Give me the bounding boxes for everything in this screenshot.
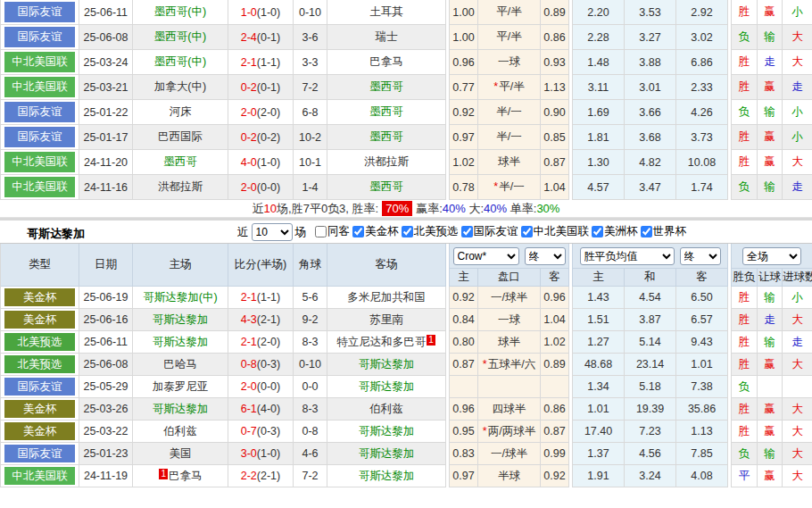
filter-checkbox[interactable]: [641, 226, 652, 237]
home-team-cell[interactable]: 伯利兹: [133, 421, 228, 443]
away-team-cell[interactable]: 特立尼达和多巴哥1: [327, 331, 446, 354]
col-header-avg-home: 主: [573, 269, 625, 287]
handicap-cell: 一/球半: [478, 443, 541, 465]
crown-home-odds-cell: [450, 376, 478, 398]
away-team-cell[interactable]: 多米尼加共和国: [327, 287, 446, 309]
crown-away-odds-cell: 0.87: [541, 421, 569, 443]
home-team-cell[interactable]: 哥斯达黎加: [133, 398, 228, 421]
away-team-cell[interactable]: 哥斯达黎加: [327, 465, 446, 487]
result-cell: 胜: [732, 75, 758, 100]
corners-cell: 0-8: [294, 421, 327, 443]
date-cell: 25-01-23: [79, 443, 133, 465]
crown-home-odds-cell: 0.87: [450, 354, 478, 376]
filter-checkbox[interactable]: [315, 226, 327, 237]
goals-result-cell: 大: [783, 465, 812, 487]
handicap-star: *: [483, 425, 487, 437]
away-team-cell[interactable]: 墨西哥: [327, 75, 446, 100]
note-badge: 1: [427, 335, 435, 346]
league-badge: 中北美国联: [4, 52, 75, 72]
away-team-cell[interactable]: 哥斯达黎加: [327, 443, 446, 465]
home-team-cell[interactable]: 哥斯达黎加: [133, 331, 228, 354]
avg-draw-odds-cell: 4.82: [625, 150, 676, 175]
away-team-cell[interactable]: 墨西哥: [327, 125, 446, 150]
league-cell: 中北美国联: [1, 175, 79, 200]
home-team-cell[interactable]: 加泰罗尼亚: [133, 376, 228, 398]
avg-lose-odds-cell: 6.50: [676, 287, 728, 309]
summary-text: 场,胜7平0负3, 胜率:: [277, 201, 378, 217]
fulltime-score: 0-2: [241, 131, 257, 144]
avg-lose-odds-cell: 1.01: [676, 354, 728, 376]
home-team-cell[interactable]: 1巴拿马: [133, 465, 228, 487]
away-team-cell[interactable]: 瑞士: [327, 25, 446, 50]
home-team-cell[interactable]: 洪都拉斯: [133, 175, 228, 200]
filter-中北美国联[interactable]: 中北美国联: [521, 224, 590, 239]
home-team-cell[interactable]: 墨西哥(中): [133, 50, 228, 75]
match-row: 国际友谊25-06-11墨西哥(中)1-0(1-0)0-10土耳其1.00平/半…: [1, 0, 812, 25]
score-cell: 2-1(1-1): [228, 50, 294, 75]
col-header-odds-away: 客: [541, 269, 569, 287]
home-team-cell[interactable]: 墨西哥(中): [133, 25, 228, 50]
big-rate: 40%: [484, 202, 507, 215]
crown-away-odds-cell: 1.13: [541, 75, 569, 100]
filter-checkbox[interactable]: [592, 226, 603, 237]
away-team-cell[interactable]: 哥斯达黎加: [327, 376, 446, 398]
result-cell: 负: [732, 443, 758, 465]
away-team-cell[interactable]: 巴拿马: [327, 50, 446, 75]
home-team-cell[interactable]: 哥斯达黎加: [133, 309, 228, 331]
score-cell: 0-7(0-3): [228, 421, 294, 443]
filter-label: 世界杯: [653, 224, 687, 239]
avg-draw-odds-cell: 3.01: [625, 75, 676, 100]
filter-同客[interactable]: 同客: [315, 224, 350, 239]
filter-checkbox[interactable]: [402, 226, 413, 237]
filter-美洲杯[interactable]: 美洲杯: [592, 224, 638, 239]
match-row: 国际友谊25-01-17巴西国际0-2(0-2)10-2墨西哥0.97半/一0.…: [1, 125, 812, 150]
avg-win-odds-cell: 2.20: [573, 0, 625, 25]
home-team-cell[interactable]: 墨西哥(中): [133, 0, 228, 25]
home-team-cell[interactable]: 美国: [133, 443, 228, 465]
final-odds-select[interactable]: 终: [525, 247, 566, 265]
away-team-cell[interactable]: 土耳其: [327, 0, 446, 25]
away-team-cell[interactable]: 哥斯达黎加: [327, 421, 446, 443]
home-team-cell[interactable]: 巴哈马: [133, 354, 228, 376]
score-cell: 0-2(0-2): [228, 125, 294, 150]
home-team-cell[interactable]: 河床: [133, 100, 228, 125]
home-team-cell[interactable]: 加拿大(中): [133, 75, 228, 100]
filter-世界杯[interactable]: 世界杯: [641, 224, 687, 239]
away-team-cell[interactable]: 哥斯达黎加: [327, 354, 446, 376]
away-team-cell[interactable]: 苏里南: [327, 309, 446, 331]
avg-lose-odds-cell: 4.26: [676, 100, 728, 125]
away-team-cell[interactable]: 墨西哥: [327, 175, 446, 200]
crown-away-odds-cell: 1.04: [541, 175, 569, 200]
avg-draw-odds-cell: 23.14: [625, 354, 676, 376]
odds-source-select[interactable]: Crow*: [453, 247, 519, 265]
final-avg-select[interactable]: 终: [680, 247, 721, 265]
filter-美金杯[interactable]: 美金杯: [352, 224, 399, 239]
scope-group: 全场: [732, 244, 812, 269]
away-team-cell[interactable]: 伯利兹: [327, 398, 446, 421]
match-scope-select[interactable]: 全场: [742, 247, 801, 265]
fulltime-score: 0-7: [241, 425, 257, 437]
goals-result-cell: 走: [783, 75, 812, 100]
filter-checkbox[interactable]: [521, 226, 533, 237]
avg-draw-odds-cell: 3.24: [625, 465, 676, 487]
filter-checkbox[interactable]: [461, 226, 473, 237]
handicap-cell: 一球: [478, 50, 541, 75]
date-cell: 25-06-08: [79, 354, 133, 376]
home-team-cell[interactable]: 巴西国际: [133, 125, 228, 150]
crown-away-odds-cell: 0.86: [541, 398, 569, 421]
league-cell: 国际友谊: [1, 376, 79, 398]
home-team-cell[interactable]: 哥斯达黎加(中): [133, 287, 228, 309]
score-cell: 4-0(1-0): [228, 150, 294, 175]
filter-国际友谊[interactable]: 国际友谊: [461, 224, 518, 239]
filter-北美预选[interactable]: 北美预选: [402, 224, 459, 239]
away-team-cell[interactable]: 墨西哥: [327, 100, 446, 125]
recent-games-select[interactable]: 10: [252, 223, 293, 241]
league-badge: 国际友谊: [4, 27, 75, 47]
odds-source-group: Crow*终: [450, 244, 569, 269]
avg-odds-select[interactable]: 胜平负均值: [580, 247, 675, 265]
away-team-cell[interactable]: 洪都拉斯: [327, 150, 446, 175]
filter-checkbox[interactable]: [352, 226, 364, 237]
home-team-cell[interactable]: 墨西哥: [133, 150, 228, 175]
result-cell: 胜: [732, 398, 758, 421]
league-badge: 美金杯: [4, 288, 75, 306]
